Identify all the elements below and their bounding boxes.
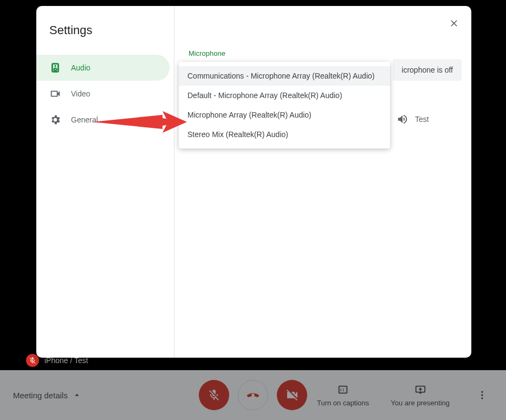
sidebar-item-label: Audio (71, 63, 90, 72)
meeting-details-label: Meeting details (13, 391, 68, 400)
camera-off-icon (286, 389, 299, 402)
present-button[interactable]: You are presenting (391, 384, 450, 407)
sidebar-item-video[interactable]: Video (36, 81, 170, 107)
present-icon (414, 384, 426, 396)
microphone-dropdown[interactable]: Communications - Microphone Array (Realt… (179, 62, 390, 148)
camera-off-button[interactable] (277, 380, 307, 410)
bottom-bar: Meeting details Turn on captions You are… (0, 370, 506, 420)
svg-point-3 (481, 394, 483, 396)
more-vert-icon (477, 390, 488, 400)
more-options-button[interactable] (471, 384, 493, 406)
call-controls (199, 380, 307, 410)
settings-content: Microphone icrophone is off Test (174, 6, 471, 358)
mic-muted-icon (26, 354, 39, 367)
video-icon (49, 88, 61, 100)
present-label: You are presenting (391, 399, 450, 407)
dropdown-option[interactable]: Communications - Microphone Array (Realt… (179, 66, 390, 86)
settings-title: Settings (36, 19, 174, 50)
speaker-icon (49, 62, 61, 74)
dropdown-option[interactable]: Default - Microphone Array (Realtek(R) A… (179, 86, 390, 105)
mic-off-icon (207, 389, 220, 402)
svg-point-4 (481, 397, 483, 399)
phone-hangup-icon (245, 387, 261, 403)
sidebar-item-label: Video (71, 89, 90, 98)
gear-icon (49, 114, 61, 126)
sidebar-item-label: General (71, 115, 98, 124)
mic-off-toast: icrophone is off (393, 59, 462, 81)
chevron-up-icon (72, 390, 82, 400)
speakers-test-button[interactable]: Test (397, 113, 429, 125)
test-label: Test (415, 115, 429, 124)
dropdown-option[interactable]: Stereo Mix (Realtek(R) Audio) (179, 125, 390, 144)
mute-mic-button[interactable] (199, 380, 229, 410)
captions-button[interactable]: Turn on captions (317, 384, 369, 407)
sidebar-item-audio[interactable]: Audio (36, 55, 170, 81)
dropdown-option[interactable]: Microphone Array (Realtek(R) Audio) (179, 105, 390, 125)
svg-point-2 (481, 391, 483, 393)
volume-icon (397, 113, 408, 125)
captions-icon (337, 384, 349, 396)
close-icon (449, 18, 459, 29)
sidebar-item-general[interactable]: General (36, 107, 170, 133)
settings-sidebar: Settings Audio Video General (36, 6, 174, 358)
settings-dialog: Settings Audio Video General (36, 6, 471, 358)
close-button[interactable] (443, 12, 465, 34)
microphone-label: Microphone (189, 49, 458, 57)
captions-label: Turn on captions (317, 399, 369, 407)
meeting-details-button[interactable]: Meeting details (13, 390, 82, 400)
hangup-button[interactable] (238, 380, 268, 410)
